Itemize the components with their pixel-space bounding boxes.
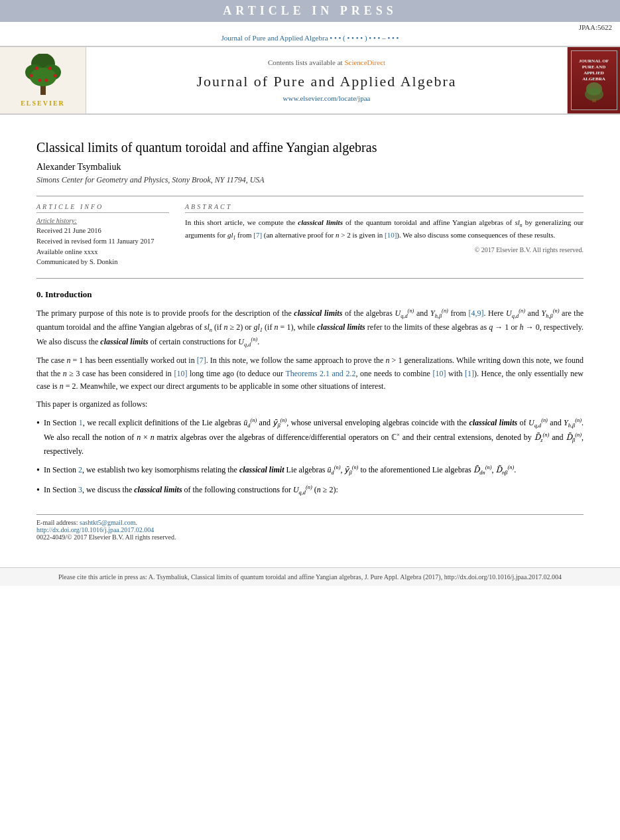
article-info-header: ARTICLE INFO xyxy=(36,203,169,213)
svg-rect-13 xyxy=(592,99,596,102)
journal-title-main: Journal of Pure and Applied Algebra xyxy=(197,73,457,90)
intro-para-2: The case n = 1 has been essentially work… xyxy=(36,354,584,393)
email-address[interactable]: sashtkt5@gmail.com xyxy=(80,519,135,526)
bullet-item-2: • In Section 2, we establish two key iso… xyxy=(36,463,584,478)
svg-point-9 xyxy=(38,79,41,82)
doi-link[interactable]: http://dx.doi.org/10.1016/j.jpaa.2017.02… xyxy=(36,526,584,533)
divider-line xyxy=(36,196,584,196)
footnote-area: E-mail address: sashtkt5@gmail.com. http… xyxy=(36,514,584,541)
copyright-line: © 2017 Elsevier B.V. All rights reserved… xyxy=(185,246,584,253)
email-label: E-mail address: xyxy=(36,519,78,526)
article-in-press-banner: ARTICLE IN PRESS xyxy=(0,0,620,22)
article-revised: Received in revised form 11 January 2017 xyxy=(36,236,169,247)
contents-line: Contents lists available at ScienceDirec… xyxy=(268,58,385,66)
svg-rect-0 xyxy=(40,86,46,95)
divider-line-2 xyxy=(36,278,584,279)
bullet-text-1: In Section 1, we recall explicit definit… xyxy=(44,416,584,458)
bullet-item-3: • In Section 3, we discuss the classical… xyxy=(36,483,584,498)
footer-bar: Please cite this article in press as: A.… xyxy=(0,567,620,586)
affiliation: Simons Center for Geometry and Physics, … xyxy=(36,175,584,185)
publisher-header: ELSEVIER Contents lists available at Sci… xyxy=(0,46,620,115)
article-received: Received 21 June 2016 xyxy=(36,226,169,236)
article-info: ARTICLE INFO Article history: Received 2… xyxy=(36,203,169,267)
bullet-text-3: In Section 3, we discuss the classical l… xyxy=(44,483,338,498)
email-footnote: E-mail address: sashtkt5@gmail.com. xyxy=(36,519,584,526)
article-communicated: Communicated by S. Donkin xyxy=(36,257,169,267)
main-content: Classical limits of quantum toroidal and… xyxy=(0,115,620,554)
article-title: Classical limits of quantum toroidal and… xyxy=(36,140,584,155)
bullet-dot-2: • xyxy=(36,463,40,478)
elsevier-label: ELSEVIER xyxy=(21,100,65,107)
bullet-item-1: • In Section 1, we recall explicit defin… xyxy=(36,416,584,458)
section-intro-heading: 0. Introduction xyxy=(36,289,584,300)
article-available: Available online xxxx xyxy=(36,247,169,257)
article-history-label: Article history: xyxy=(36,217,169,224)
author-name: Alexander Tsymbaliuk xyxy=(36,162,584,173)
abstract-header: ABSTRACT xyxy=(185,203,584,213)
abstract-section: ABSTRACT In this short article, we compu… xyxy=(185,203,584,267)
svg-point-7 xyxy=(29,74,32,78)
journal-ref-line: Journal of Pure and Applied Algebra • • … xyxy=(0,33,620,46)
issn-text: 0022-4049/© 2017 Elsevier B.V. All right… xyxy=(36,533,584,541)
bullet-dot-3: • xyxy=(36,483,40,498)
svg-point-10 xyxy=(44,79,48,82)
intro-para-1: The primary purpose of this note is to p… xyxy=(36,307,584,349)
svg-point-5 xyxy=(34,67,38,70)
journal-cover-image: JOURNAL OF PURE AND APPLIED ALGEBRA xyxy=(567,47,620,113)
svg-point-8 xyxy=(53,74,56,78)
intro-para-3: This paper is organized as follows: xyxy=(36,398,584,411)
svg-point-6 xyxy=(48,67,51,70)
info-abstract-row: ARTICLE INFO Article history: Received 2… xyxy=(36,203,584,267)
journal-cover-inner: JOURNAL OF PURE AND APPLIED ALGEBRA xyxy=(571,50,617,110)
elsevier-logo: ELSEVIER xyxy=(0,47,86,113)
bullet-dot-1: • xyxy=(36,416,40,458)
sciencedirect-link[interactable]: ScienceDirect xyxy=(344,58,385,66)
elsevier-tree-icon xyxy=(17,54,70,97)
svg-point-4 xyxy=(30,68,56,86)
journal-center: Contents lists available at ScienceDirec… xyxy=(86,47,567,113)
cover-text: JOURNAL OF PURE AND APPLIED ALGEBRA xyxy=(574,58,614,82)
abstract-text: In this short article, we compute the cl… xyxy=(185,217,584,242)
jpaa-id: JPAA:5622 xyxy=(0,22,620,33)
journal-url[interactable]: www.elsevier.com/locate/jpaa xyxy=(283,94,371,102)
cover-tree-icon xyxy=(581,82,607,102)
bullet-text-2: In Section 2, we establish two key isomo… xyxy=(44,463,516,478)
